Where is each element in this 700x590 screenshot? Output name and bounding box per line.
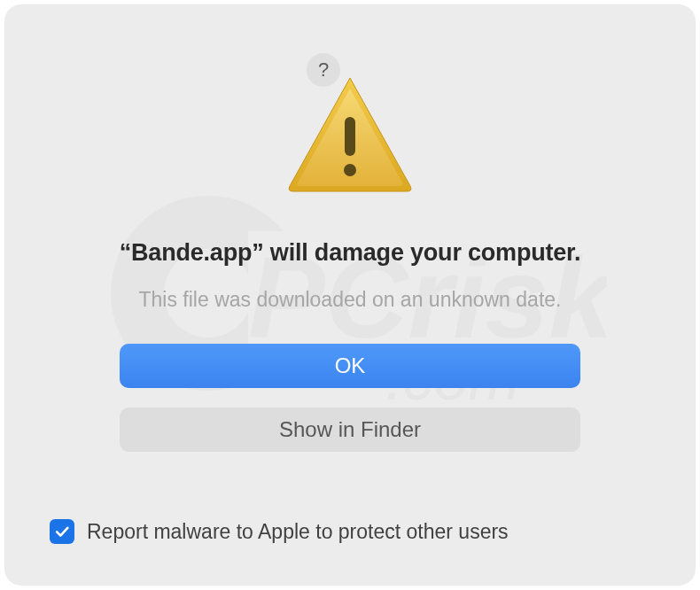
warning-icon	[284, 73, 416, 197]
checkmark-icon	[53, 523, 71, 540]
report-checkbox-row: Report malware to Apple to protect other…	[50, 519, 650, 544]
dialog-subtitle: This file was downloaded on an unknown d…	[139, 288, 562, 312]
button-stack: OK Show in Finder	[120, 344, 580, 452]
show-in-finder-button[interactable]: Show in Finder	[120, 408, 580, 452]
svg-rect-5	[345, 117, 355, 156]
ok-button[interactable]: OK	[120, 344, 580, 388]
report-checkbox-label: Report malware to Apple to protect other…	[87, 520, 509, 544]
svg-point-6	[344, 164, 356, 176]
dialog-title: “Bande.app” will damage your computer.	[120, 239, 581, 267]
report-checkbox[interactable]	[50, 519, 74, 544]
alert-dialog: PCrisk .com ? “Bande.app” will da	[5, 5, 695, 585]
